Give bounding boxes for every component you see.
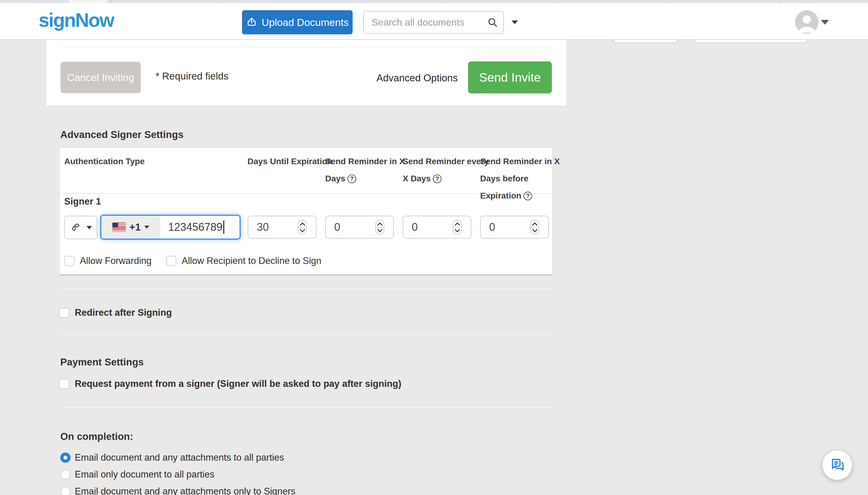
send-reminder-in-days-input[interactable]: 0 (325, 216, 394, 239)
section-divider (60, 407, 552, 408)
column-send-reminder-every-x-days: Send Reminder every X Days? (403, 153, 489, 187)
send-reminder-every-days-value: 0 (412, 221, 418, 234)
signer-settings-table: Authentication Type Days Until Expiratio… (59, 148, 552, 275)
browser-tab-strip (0, 0, 868, 3)
send-reminder-before-expiration-value: 0 (489, 221, 495, 234)
card-divider (61, 47, 552, 47)
redirect-after-signing-row: Redirect after Signing (59, 307, 172, 318)
signer-options-row: Allow Forwarding Allow Recipient to Decl… (64, 255, 321, 266)
redirect-after-signing-checkbox[interactable] (59, 308, 69, 318)
text-cursor (223, 221, 224, 234)
upload-label: Upload Documents (261, 17, 349, 28)
number-stepper[interactable] (375, 220, 384, 235)
allow-decline-checkbox[interactable] (166, 256, 176, 266)
phone-handset-icon (70, 221, 82, 234)
phone-number-value: 123456789 (168, 221, 222, 234)
person-silhouette-icon (795, 10, 819, 34)
signer-name: Signer 1 (64, 196, 101, 207)
redirect-after-signing-label: Redirect after Signing (75, 307, 172, 318)
request-payment-checkbox[interactable] (59, 379, 69, 389)
column-authentication-type: Authentication Type (64, 153, 145, 170)
column-send-reminder-in-x-days: Send Reminder in X Days? (325, 153, 405, 187)
dropdown-caret-icon (86, 226, 92, 229)
search-input[interactable] (371, 17, 487, 28)
table-header-row: Authentication Type Days Until Expiratio… (60, 148, 552, 194)
column-send-reminder-before-expiration: Send Reminder in X Days before Expiratio… (480, 153, 560, 204)
email-doc-attachments-signers-radio[interactable] (60, 486, 70, 495)
upload-documents-button[interactable]: Upload Documents (242, 10, 353, 34)
section-divider (60, 334, 552, 335)
email-only-doc-all-radio[interactable] (60, 470, 70, 480)
completion-option-label: Email document and any attachments only … (75, 486, 295, 495)
signnow-app: signNow Upload Documents Cancel (0, 0, 868, 495)
section-divider (60, 288, 552, 289)
allow-forwarding-label: Allow Forwarding (80, 255, 152, 266)
allow-forwarding-checkbox[interactable] (64, 256, 74, 266)
cancel-inviting-button[interactable]: Cancel Inviting (61, 62, 141, 93)
dropdown-caret-icon (144, 226, 149, 229)
send-invite-button[interactable]: Send Invite (468, 62, 552, 93)
search-icon[interactable] (487, 17, 498, 28)
days-until-expiration-input[interactable]: 30 (248, 216, 317, 239)
send-reminder-in-days-value: 0 (334, 221, 340, 234)
avatar[interactable] (795, 10, 819, 34)
app-header: signNow Upload Documents (0, 3, 868, 40)
column-days-until-expiration: Days Until Expiration (248, 153, 333, 170)
browser-active-tab (69, 0, 108, 3)
send-reminder-before-expiration-input[interactable]: 0 (480, 216, 549, 239)
required-fields-note: * Required fields (155, 70, 228, 82)
days-until-expiration-value: 30 (257, 221, 269, 234)
request-payment-row: Request payment from a signer (Signer wi… (59, 378, 402, 389)
us-flag-icon (113, 223, 126, 232)
search-options-caret-icon[interactable] (512, 20, 518, 24)
on-completion-heading: On completion: (60, 431, 133, 442)
email-doc-attachments-all-radio[interactable] (60, 453, 70, 463)
number-stepper[interactable] (530, 220, 539, 235)
completion-option-row: Email only document to all parties (60, 469, 215, 480)
request-payment-label: Request payment from a signer (Signer wi… (75, 378, 402, 389)
allow-decline-label: Allow Recipient to Decline to Sign (182, 255, 322, 266)
phone-number-field[interactable]: +1 123456789 (100, 215, 240, 240)
invite-actions-card: Cancel Inviting * Required fields Advanc… (46, 39, 567, 106)
chat-bubbles-icon (829, 457, 846, 473)
app-logo[interactable]: signNow (38, 9, 114, 31)
send-reminder-every-days-input[interactable]: 0 (403, 216, 471, 239)
authentication-type-dropdown[interactable] (64, 216, 97, 239)
advanced-options-link[interactable]: Advanced Options (376, 72, 458, 84)
upload-icon (246, 17, 257, 28)
phone-number-input[interactable]: 123456789 (160, 216, 240, 239)
help-icon[interactable]: ? (524, 192, 532, 200)
chat-support-button[interactable] (822, 450, 852, 480)
completion-option-label: Email only document to all parties (75, 469, 215, 480)
number-stepper[interactable] (298, 220, 307, 235)
country-code: +1 (129, 221, 141, 233)
completion-option-row: Email document and any attachments only … (60, 486, 295, 495)
help-icon[interactable]: ? (433, 174, 442, 183)
advanced-signer-settings-heading: Advanced Signer Settings (60, 129, 184, 140)
number-stepper[interactable] (453, 220, 462, 235)
payment-settings-heading: Payment Settings (60, 356, 144, 368)
search-box[interactable] (363, 11, 504, 34)
country-code-dropdown[interactable]: +1 (101, 216, 160, 239)
completion-option-label: Email document and any attachments to al… (75, 452, 284, 463)
help-icon[interactable]: ? (347, 174, 356, 183)
completion-option-row: Email document and any attachments to al… (60, 452, 284, 463)
account-menu-caret-icon[interactable] (821, 20, 829, 25)
